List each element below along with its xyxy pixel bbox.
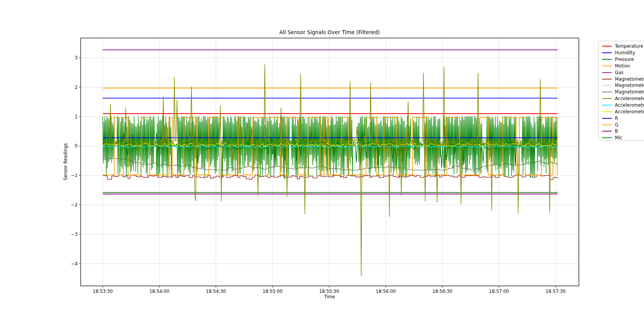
legend-swatch — [602, 72, 612, 73]
y-tick-label: 1 — [62, 114, 78, 119]
legend-label: G — [615, 122, 618, 128]
legend-item: G — [602, 121, 644, 128]
legend-swatch — [602, 118, 612, 119]
legend-label: Motion — [615, 63, 630, 69]
legend-item: Magnetomete — [602, 76, 644, 82]
legend-item: Acceleromete — [602, 95, 644, 102]
legend-item: Magnetomete — [602, 82, 644, 89]
legend-label: Temperature — [615, 43, 643, 49]
plot-canvas — [0, 0, 644, 322]
legend-swatch — [602, 85, 612, 86]
legend-label: Gas — [615, 70, 623, 75]
x-tick-label: 18:55:30 — [319, 289, 339, 294]
legend-label: Acceleromete — [615, 109, 644, 114]
legend-swatch — [602, 52, 612, 53]
legend-item: Humidity — [602, 50, 644, 56]
legend-swatch — [602, 59, 612, 60]
x-tick-label: 18:57:30 — [546, 289, 566, 294]
legend-swatch — [602, 46, 612, 47]
y-tick-label: −4 — [62, 261, 78, 267]
legend-item: Gas — [602, 69, 644, 76]
legend-item: Acceleromete — [602, 108, 644, 115]
legend-swatch — [602, 125, 612, 125]
x-tick-label: 18:53:30 — [93, 289, 113, 294]
legend-swatch — [602, 92, 612, 92]
y-tick-label: −3 — [62, 232, 78, 237]
legend-item: R — [602, 115, 644, 121]
legend-item: B — [602, 128, 644, 135]
x-tick-label: 18:56:00 — [376, 289, 396, 294]
legend-label: B — [615, 128, 618, 134]
x-tick-label: 18:57:00 — [489, 289, 509, 294]
y-tick-label: 3 — [62, 55, 78, 61]
y-tick-label: 2 — [62, 85, 78, 90]
legend-label: Acceleromete — [615, 96, 644, 101]
legend-label: Acceleromete — [615, 102, 644, 108]
legend-swatch — [602, 137, 612, 138]
x-tick-label: 18:56:30 — [432, 289, 452, 294]
legend-item: Magnetomete — [602, 89, 644, 95]
x-tick-label: 18:54:30 — [206, 289, 226, 294]
y-tick-label: −1 — [62, 173, 78, 178]
legend-label: Mic — [615, 135, 622, 140]
legend-label: Humidity — [615, 50, 635, 55]
legend-item: Pressure — [602, 56, 644, 63]
legend-swatch — [602, 66, 612, 66]
legend-item: Acceleromete — [602, 102, 644, 109]
legend-label: Magnetomete — [615, 83, 644, 88]
legend-swatch — [602, 131, 612, 132]
legend-swatch — [602, 98, 612, 99]
legend-label: Pressure — [615, 57, 634, 62]
legend: TemperatureHumidityPressureMotionGasMagn… — [598, 41, 644, 140]
legend-item: Temperature — [602, 43, 644, 50]
legend-swatch — [602, 105, 612, 106]
y-tick-label: 0 — [62, 143, 78, 149]
legend-swatch — [602, 111, 612, 112]
x-axis-label: Time — [324, 294, 335, 299]
legend-label: R — [615, 116, 618, 121]
legend-label: Magnetomete — [615, 89, 644, 95]
legend-swatch — [602, 79, 612, 80]
chart-title: All Sensor Signals Over Time (Filtered) — [279, 29, 380, 35]
x-tick-label: 18:55:00 — [262, 289, 283, 294]
figure: All Sensor Signals Over Time (Filtered) … — [0, 0, 644, 322]
legend-item: Mic — [602, 135, 644, 141]
x-tick-label: 18:54:00 — [149, 289, 169, 294]
legend-label: Magnetomete — [615, 76, 644, 82]
legend-item: Motion — [602, 63, 644, 69]
y-tick-label: −2 — [62, 202, 78, 208]
